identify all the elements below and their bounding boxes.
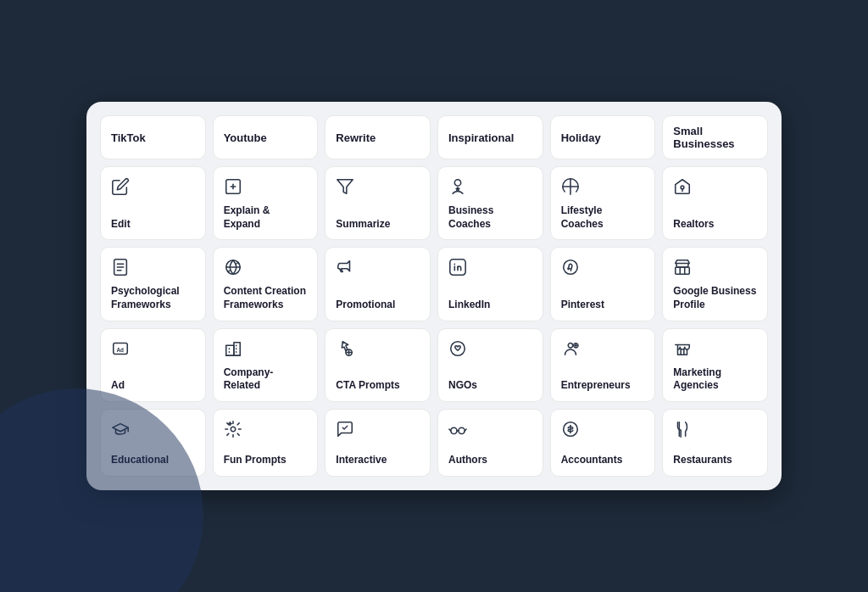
- cell-psychological-frameworks-label: Psychological Frameworks: [111, 285, 195, 311]
- svg-point-16: [563, 260, 577, 275]
- cursor-click-icon: [336, 339, 354, 361]
- cell-educational-label: Educational: [111, 454, 169, 467]
- dollar-coin-icon: [561, 420, 580, 442]
- main-card: TikTok Youtube Rewrite Inspirational Hol…: [86, 102, 782, 490]
- header-youtube-label: Youtube: [224, 131, 267, 144]
- graduation-icon: [111, 420, 130, 442]
- person-star-icon: [448, 177, 467, 199]
- svg-rect-22: [225, 345, 233, 355]
- cell-content-creation-frameworks-label: Content Creation Frameworks: [224, 285, 308, 311]
- megaphone-icon: [336, 258, 354, 280]
- store-icon: [673, 258, 692, 280]
- globe-arrows-icon: [224, 258, 242, 280]
- pinterest-icon: [561, 258, 580, 280]
- svg-text:Ad: Ad: [116, 346, 124, 352]
- header-small-businesses-label: Small Businesses: [673, 125, 757, 150]
- cell-educational[interactable]: Educational: [100, 409, 206, 477]
- svg-point-41: [231, 427, 236, 432]
- cell-accountants-label: Accountants: [561, 454, 623, 467]
- house-key-icon: [673, 177, 692, 199]
- svg-point-43: [459, 427, 465, 433]
- cell-ad-label: Ad: [111, 379, 125, 393]
- bubble-arrows-icon: [336, 420, 354, 442]
- cell-linkedin[interactable]: LinkedIn: [437, 247, 543, 321]
- cell-explain-expand-label: Explain & Expand: [224, 204, 308, 231]
- cell-summarize[interactable]: Summarize: [325, 166, 431, 240]
- cell-ad[interactable]: Ad Ad: [100, 328, 206, 402]
- sparkle-gear-icon: [224, 420, 242, 442]
- cell-explain-expand[interactable]: Explain & Expand: [213, 166, 319, 240]
- cell-ngos[interactable]: NGOs: [437, 328, 543, 402]
- header-holiday[interactable]: Holiday: [550, 115, 656, 159]
- glasses-icon: [448, 420, 467, 442]
- cell-linkedin-label: LinkedIn: [448, 299, 490, 312]
- cell-interactive-label: Interactive: [336, 454, 387, 467]
- cell-restaurants[interactable]: Restaurants: [662, 409, 768, 477]
- cell-google-business-profile[interactable]: Google Business Profile: [662, 247, 768, 321]
- cell-cta-prompts[interactable]: CTA Prompts: [325, 328, 431, 402]
- svg-marker-3: [337, 180, 353, 194]
- cell-entrepreneurs[interactable]: Entrepreneurs: [550, 328, 656, 402]
- header-holiday-label: Holiday: [561, 131, 601, 144]
- cell-business-coaches-label: Business Coaches: [448, 204, 532, 231]
- cell-ngos-label: NGOs: [448, 379, 477, 393]
- cell-business-coaches[interactable]: Business Coaches: [437, 166, 543, 240]
- category-grid: TikTok Youtube Rewrite Inspirational Hol…: [100, 115, 768, 477]
- cell-edit-label: Edit: [111, 218, 131, 232]
- cell-pinterest[interactable]: Pinterest: [550, 247, 656, 321]
- svg-rect-23: [234, 342, 240, 355]
- header-inspirational-label: Inspirational: [448, 131, 514, 144]
- doc-list-icon: [111, 258, 130, 280]
- cell-marketing-agencies-label: Marketing Agencies: [673, 366, 757, 393]
- expand-icon: [224, 177, 242, 199]
- cell-restaurants-label: Restaurants: [673, 454, 732, 467]
- person-circle-icon: [561, 339, 580, 361]
- header-rewrite-label: Rewrite: [336, 131, 376, 144]
- cell-realtors-label: Realtors: [673, 218, 714, 232]
- cell-lifestyle-coaches-label: Lifestyle Coaches: [561, 204, 645, 231]
- header-tiktok-label: TikTok: [111, 131, 146, 144]
- header-youtube[interactable]: Youtube: [213, 115, 319, 159]
- cell-fun-prompts-label: Fun Prompts: [224, 454, 287, 467]
- buildings-icon: [224, 339, 242, 361]
- cell-interactive[interactable]: Interactive: [325, 409, 431, 477]
- svg-point-34: [568, 343, 573, 348]
- cell-entrepreneurs-label: Entrepreneurs: [561, 379, 631, 393]
- cell-promotional-label: Promotional: [336, 299, 395, 312]
- cell-accountants[interactable]: Accountants: [550, 409, 656, 477]
- cell-summarize-label: Summarize: [336, 218, 390, 232]
- cell-pinterest-label: Pinterest: [561, 299, 604, 312]
- cell-google-business-profile-label: Google Business Profile: [673, 285, 757, 311]
- cell-promotional[interactable]: Promotional: [325, 247, 431, 321]
- cell-realtors[interactable]: Realtors: [662, 166, 768, 240]
- svg-point-33: [451, 341, 465, 355]
- cell-marketing-agencies[interactable]: Marketing Agencies: [662, 328, 768, 402]
- header-inspirational[interactable]: Inspirational: [437, 115, 543, 159]
- cell-edit[interactable]: Edit: [100, 166, 206, 240]
- ad-box-icon: Ad: [111, 339, 130, 361]
- header-small-businesses[interactable]: Small Businesses: [662, 115, 768, 159]
- cell-authors[interactable]: Authors: [437, 409, 543, 477]
- cell-psychological-frameworks[interactable]: Psychological Frameworks: [100, 247, 206, 321]
- cell-company-related[interactable]: Company-Related: [213, 328, 319, 402]
- header-rewrite[interactable]: Rewrite: [325, 115, 431, 159]
- fork-knife-icon: [673, 420, 692, 442]
- pencil-icon: [111, 177, 130, 199]
- cell-content-creation-frameworks[interactable]: Content Creation Frameworks: [213, 247, 319, 321]
- funnel-icon: [336, 177, 354, 199]
- leaf-icon: [561, 177, 580, 199]
- cell-authors-label: Authors: [448, 454, 487, 467]
- cell-cta-prompts-label: CTA Prompts: [336, 379, 399, 393]
- svg-point-42: [451, 427, 457, 433]
- heart-circle-icon: [448, 339, 467, 361]
- header-tiktok[interactable]: TikTok: [100, 115, 206, 159]
- storefront-icon: [673, 339, 692, 361]
- linkedin-icon: [448, 258, 467, 280]
- cell-lifestyle-coaches[interactable]: Lifestyle Coaches: [550, 166, 656, 240]
- svg-point-4: [454, 180, 460, 186]
- cell-fun-prompts[interactable]: Fun Prompts: [213, 409, 319, 477]
- svg-rect-17: [676, 267, 690, 274]
- cell-company-related-label: Company-Related: [224, 366, 308, 393]
